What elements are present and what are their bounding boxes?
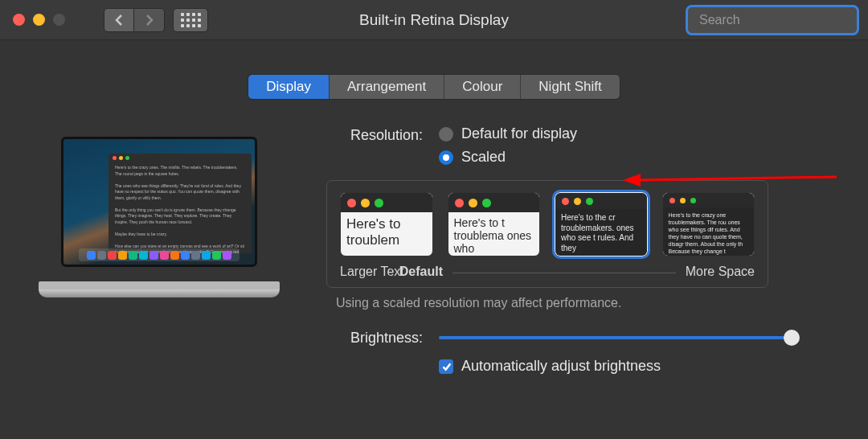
radio-default-for-display[interactable]: Default for display — [439, 125, 577, 142]
tab-night-shift[interactable]: Night Shift — [521, 75, 619, 99]
brightness-slider[interactable] — [439, 336, 792, 339]
radio-label: Scaled — [461, 149, 506, 166]
radio-icon — [439, 127, 453, 142]
resolution-hint: Using a scaled resolution may affect per… — [336, 296, 849, 310]
chevron-left-icon — [114, 14, 124, 27]
brightness-label: Brightness: — [326, 328, 423, 347]
scale-divider — [452, 273, 676, 273]
window-controls — [13, 14, 65, 26]
scale-option-selected[interactable]: Here's to the cr troublemakers. ones who… — [555, 192, 648, 256]
tab-display[interactable]: Display — [248, 75, 330, 99]
titlebar: Built-in Retina Display — [0, 0, 868, 40]
search-input[interactable] — [699, 13, 860, 27]
show-all-prefs-button[interactable] — [173, 8, 208, 32]
grid-icon — [181, 13, 201, 27]
search-field-wrap[interactable] — [688, 7, 857, 33]
zoom-window-button — [53, 14, 65, 26]
slider-knob-icon[interactable] — [784, 330, 800, 346]
scale-option-larger-text[interactable]: Here's to troublem — [340, 192, 433, 256]
tab-arrangement[interactable]: Arrangement — [330, 75, 444, 99]
nav-back-forward — [104, 8, 165, 32]
tab-bar: Display Arrangement Colour Night Shift — [0, 74, 868, 100]
radio-icon — [439, 150, 453, 165]
scale-option-default[interactable]: Here's to t troublema ones who — [448, 192, 541, 256]
scale-option-more-space[interactable]: Here's to the crazy one troublemakers. T… — [662, 192, 755, 256]
auto-brightness-label: Automatically adjust brightness — [461, 358, 661, 375]
back-button[interactable] — [104, 8, 134, 32]
minimize-window-button[interactable] — [33, 14, 45, 26]
scale-label-right: More Space — [686, 265, 755, 279]
scale-label-default: Default — [399, 265, 443, 279]
forward-button — [134, 8, 165, 32]
checkbox-checked-icon — [439, 359, 453, 374]
scale-label-left: Larger Text — [340, 265, 404, 279]
auto-brightness-checkbox[interactable]: Automatically adjust brightness — [439, 358, 849, 375]
radio-scaled[interactable]: Scaled — [439, 149, 577, 166]
resolution-scale-picker: Here's to troublem Here's to t troublema… — [326, 180, 768, 288]
window-title: Built-in Retina Display — [359, 11, 509, 29]
resolution-label: Resolution: — [326, 125, 423, 144]
display-preview: Here's to the crazy ones. The misfits. T… — [39, 125, 288, 375]
close-window-button[interactable] — [13, 14, 25, 26]
radio-label: Default for display — [461, 125, 577, 142]
chevron-right-icon — [145, 14, 154, 27]
tab-colour[interactable]: Colour — [444, 75, 521, 99]
